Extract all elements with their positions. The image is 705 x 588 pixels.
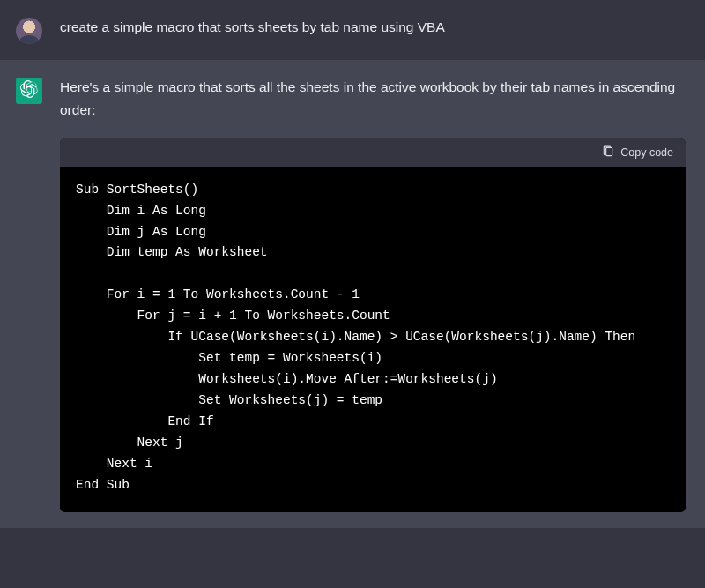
code-toolbar: Copy code (60, 138, 686, 167)
assistant-avatar (16, 78, 42, 104)
assistant-intro-text: Here's a simple macro that sorts all the… (60, 76, 686, 123)
code-block: Copy code Sub SortSheets() Dim i As Long… (60, 138, 686, 512)
openai-logo-icon (20, 80, 38, 101)
code-content[interactable]: Sub SortSheets() Dim i As Long Dim j As … (60, 167, 686, 512)
user-avatar (16, 18, 42, 44)
user-message-row: create a simple macro that sorts sheets … (0, 0, 705, 60)
copy-code-label: Copy code (620, 146, 673, 159)
user-message-text: create a simple macro that sorts sheets … (60, 16, 686, 39)
assistant-content: Here's a simple macro that sorts all the… (60, 76, 686, 512)
user-content: create a simple macro that sorts sheets … (60, 16, 686, 39)
clipboard-icon (602, 145, 614, 160)
svg-rect-0 (606, 147, 612, 155)
copy-code-button[interactable]: Copy code (602, 145, 673, 160)
assistant-message-row: Here's a simple macro that sorts all the… (0, 60, 705, 528)
